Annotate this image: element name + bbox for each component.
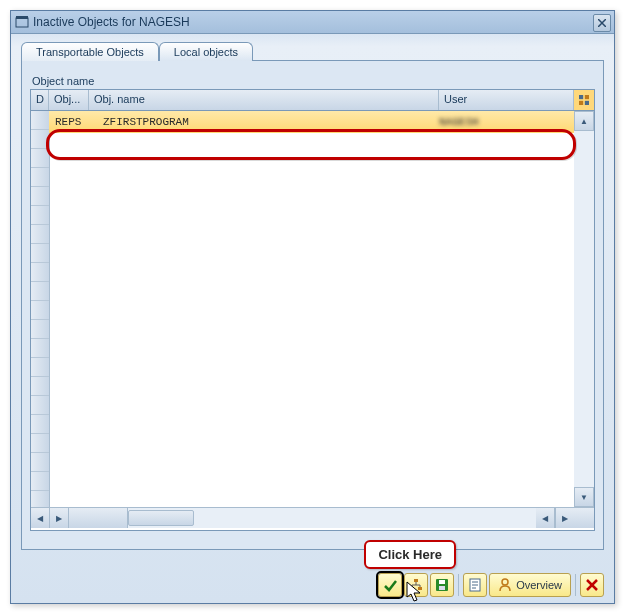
svg-point-23 — [502, 579, 508, 585]
horizontal-scrollbar[interactable]: ◀ ▶ ◀ ▶ — [31, 507, 594, 528]
section-label: Object name — [30, 75, 595, 87]
scroll-right-icon[interactable]: ◀ — [536, 508, 555, 528]
svg-rect-5 — [585, 95, 589, 99]
inactive-objects-dialog: Inactive Objects for NAGESH Transportabl… — [10, 10, 615, 604]
footer-toolbar: Overview — [378, 573, 604, 597]
tab-content: Object name D Obj... Obj. name User — [21, 60, 604, 550]
tab-local[interactable]: Local objects — [159, 42, 253, 61]
svg-rect-6 — [579, 101, 583, 105]
svg-rect-1 — [16, 16, 28, 19]
cancel-button[interactable] — [580, 573, 604, 597]
titlebar: Inactive Objects for NAGESH — [11, 11, 614, 34]
document-button[interactable] — [463, 573, 487, 597]
separator — [575, 574, 576, 596]
object-table: D Obj... Obj. name User — [30, 89, 595, 531]
svg-rect-7 — [585, 101, 589, 105]
svg-rect-18 — [439, 586, 445, 590]
scroll-left-start-icon[interactable]: ◀ — [31, 508, 50, 528]
col-config-button[interactable] — [574, 90, 594, 110]
svg-rect-10 — [410, 587, 414, 590]
col-user[interactable]: User — [439, 90, 574, 110]
tab-area: Transportable Objects Local objects Obje… — [21, 42, 604, 550]
svg-rect-4 — [579, 95, 583, 99]
cell-user: NAGESH — [433, 116, 574, 128]
save-button[interactable] — [430, 573, 454, 597]
person-icon — [498, 578, 512, 592]
scroll-left-icon[interactable]: ▶ — [50, 508, 69, 528]
scroll-down-icon[interactable]: ▼ — [574, 487, 594, 507]
table-row[interactable]: REPS ZFIRSTPROGRAM NAGESH — [49, 111, 574, 133]
hscroll-thumb[interactable] — [128, 510, 194, 526]
overview-button[interactable]: Overview — [489, 573, 571, 597]
separator — [458, 574, 459, 596]
col-d[interactable]: D — [31, 90, 49, 110]
cell-obj-name: ZFIRSTPROGRAM — [95, 116, 433, 128]
annotation-highlight-oval — [46, 129, 576, 160]
window-title: Inactive Objects for NAGESH — [33, 15, 190, 29]
svg-rect-9 — [414, 579, 418, 582]
annotation-callout: Click Here — [364, 540, 456, 569]
svg-rect-0 — [16, 18, 28, 27]
col-obj-name[interactable]: Obj. name — [89, 90, 439, 110]
table-header-row: D Obj... Obj. name User — [31, 90, 594, 111]
vertical-scrollbar[interactable]: ▲ ▼ — [574, 111, 594, 507]
scroll-up-icon[interactable]: ▲ — [574, 111, 594, 131]
window-icon — [15, 15, 29, 29]
overview-label: Overview — [516, 579, 562, 591]
svg-rect-17 — [439, 580, 445, 584]
tab-transportable[interactable]: Transportable Objects — [21, 42, 159, 61]
hscroll-track[interactable] — [128, 508, 536, 528]
cell-obj: REPS — [49, 116, 95, 128]
scroll-right-end-icon[interactable]: ▶ — [555, 508, 574, 528]
col-obj[interactable]: Obj... — [49, 90, 89, 110]
svg-rect-11 — [418, 587, 422, 590]
continue-button[interactable] — [378, 573, 402, 597]
row-header-gutter — [31, 111, 50, 507]
table-body: REPS ZFIRSTPROGRAM NAGESH ▲ ▼ — [31, 111, 594, 507]
tree-button[interactable] — [404, 573, 428, 597]
scroll-track[interactable] — [574, 131, 594, 487]
close-button[interactable] — [593, 14, 611, 32]
